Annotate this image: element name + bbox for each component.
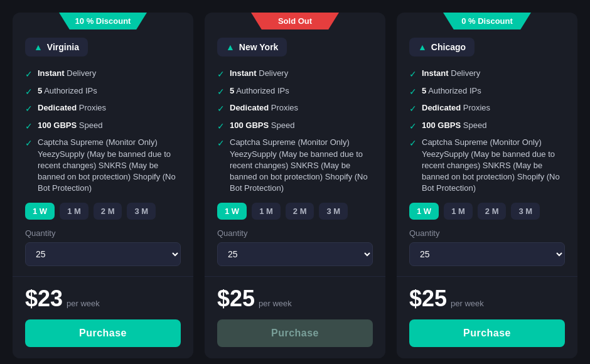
period-btn-1w-chicago[interactable]: 1 W bbox=[409, 203, 439, 220]
check-icon: ✓ bbox=[409, 68, 417, 81]
period-buttons-virginia: 1 W1 M2 M3 M bbox=[25, 203, 181, 220]
check-icon: ✓ bbox=[25, 68, 33, 81]
feature-item: ✓Dedicated Proxies bbox=[409, 102, 565, 115]
feature-item: ✓Dedicated Proxies bbox=[217, 102, 373, 115]
feature-text: 5 Authorized IPs bbox=[38, 85, 97, 97]
quantity-select-chicago[interactable]: 2550100200 bbox=[409, 242, 565, 266]
footer-new-york: $25per weekPurchase bbox=[205, 276, 385, 358]
location-icon: ▲ bbox=[226, 42, 235, 52]
price-period: per week bbox=[259, 299, 292, 308]
feature-text: Captcha Supreme (Monitor Only) YeezySupp… bbox=[422, 137, 565, 194]
feature-text: Instant Delivery bbox=[38, 68, 96, 79]
badge-chicago: 0 % Discount bbox=[443, 13, 531, 29]
period-btn-3m-virginia[interactable]: 3 M bbox=[127, 203, 156, 220]
period-btn-2m-chicago[interactable]: 2 M bbox=[478, 203, 507, 220]
period-btn-2m-new-york[interactable]: 2 M bbox=[286, 203, 314, 220]
check-icon: ✓ bbox=[25, 120, 33, 133]
quantity-label-chicago: Quantity bbox=[409, 228, 565, 238]
feature-item: ✓Captcha Supreme (Monitor Only) YeezySup… bbox=[409, 137, 565, 194]
quantity-label-new-york: Quantity bbox=[217, 228, 373, 238]
feature-text: 100 GBPS Speed bbox=[230, 120, 294, 131]
check-icon: ✓ bbox=[25, 86, 33, 99]
check-icon: ✓ bbox=[409, 103, 417, 115]
price-row-virginia: $23per week bbox=[25, 286, 181, 312]
feature-text: 5 Authorized IPs bbox=[230, 85, 289, 97]
check-icon: ✓ bbox=[217, 86, 225, 99]
feature-item: ✓5 Authorized IPs bbox=[217, 85, 373, 99]
location-label: Virginia bbox=[47, 42, 79, 52]
check-icon: ✓ bbox=[217, 120, 225, 133]
period-btn-1w-new-york[interactable]: 1 W bbox=[217, 203, 247, 220]
price-amount: $25 bbox=[217, 286, 255, 312]
period-buttons-new-york: 1 W1 M2 M3 M bbox=[217, 203, 373, 220]
feature-item: ✓100 GBPS Speed bbox=[409, 120, 565, 133]
check-icon: ✓ bbox=[25, 103, 33, 115]
feature-item: ✓Captcha Supreme (Monitor Only) YeezySup… bbox=[217, 137, 373, 194]
check-icon: ✓ bbox=[25, 137, 33, 150]
period-btn-1m-virginia[interactable]: 1 M bbox=[60, 203, 88, 220]
feature-text: 100 GBPS Speed bbox=[422, 120, 486, 131]
location-tag-virginia: ▲Virginia bbox=[25, 38, 88, 56]
feature-item: ✓5 Authorized IPs bbox=[25, 85, 181, 99]
card-new-york: Sold Out▲New York✓Instant Delivery✓5 Aut… bbox=[205, 13, 385, 358]
footer-chicago: $25per weekPurchase bbox=[397, 276, 577, 358]
price-amount: $25 bbox=[409, 286, 447, 312]
content-new-york: ▲New York✓Instant Delivery✓5 Authorized … bbox=[205, 13, 385, 276]
purchase-button-new-york: Purchase bbox=[217, 319, 373, 347]
check-icon: ✓ bbox=[217, 137, 225, 150]
feature-text: Dedicated Proxies bbox=[230, 102, 298, 114]
location-tag-new-york: ▲New York bbox=[217, 38, 287, 56]
feature-text: 100 GBPS Speed bbox=[38, 120, 102, 131]
check-icon: ✓ bbox=[217, 68, 225, 81]
feature-text: Dedicated Proxies bbox=[422, 102, 490, 114]
period-buttons-chicago: 1 W1 M2 M3 M bbox=[409, 203, 565, 220]
content-chicago: ▲Chicago✓Instant Delivery✓5 Authorized I… bbox=[397, 13, 577, 276]
period-btn-2m-virginia[interactable]: 2 M bbox=[94, 203, 122, 220]
feature-item: ✓100 GBPS Speed bbox=[217, 120, 373, 133]
location-tag-chicago: ▲Chicago bbox=[409, 38, 475, 56]
cards-container: 10 % Discount▲Virginia✓Instant Delivery✓… bbox=[13, 13, 577, 358]
period-btn-1m-chicago[interactable]: 1 M bbox=[444, 203, 473, 220]
card-chicago: 0 % Discount▲Chicago✓Instant Delivery✓5 … bbox=[397, 13, 577, 358]
location-icon: ▲ bbox=[418, 42, 427, 52]
badge-virginia: 10 % Discount bbox=[59, 13, 147, 29]
card-virginia: 10 % Discount▲Virginia✓Instant Delivery✓… bbox=[13, 13, 193, 358]
quantity-select-new-york[interactable]: 2550100200 bbox=[217, 242, 373, 266]
check-icon: ✓ bbox=[409, 120, 417, 133]
location-label: New York bbox=[239, 42, 279, 52]
period-btn-1w-virginia[interactable]: 1 W bbox=[25, 203, 55, 220]
period-btn-1m-new-york[interactable]: 1 M bbox=[252, 203, 281, 220]
feature-text: Captcha Supreme (Monitor Only) YeezySupp… bbox=[230, 137, 373, 194]
purchase-button-chicago[interactable]: Purchase bbox=[409, 319, 565, 347]
period-btn-3m-new-york[interactable]: 3 M bbox=[319, 203, 348, 220]
feature-item: ✓5 Authorized IPs bbox=[409, 85, 565, 99]
feature-item: ✓Instant Delivery bbox=[217, 68, 373, 81]
purchase-button-virginia[interactable]: Purchase bbox=[25, 319, 181, 347]
feature-item: ✓100 GBPS Speed bbox=[25, 120, 181, 133]
location-label: Chicago bbox=[431, 42, 466, 52]
price-row-new-york: $25per week bbox=[217, 286, 373, 312]
footer-virginia: $23per weekPurchase bbox=[13, 276, 193, 358]
feature-item: ✓Instant Delivery bbox=[409, 68, 565, 81]
feature-list-new-york: ✓Instant Delivery✓5 Authorized IPs✓Dedic… bbox=[217, 68, 373, 194]
feature-item: ✓Instant Delivery bbox=[25, 68, 181, 81]
feature-item: ✓Dedicated Proxies bbox=[25, 102, 181, 115]
feature-text: 5 Authorized IPs bbox=[422, 85, 481, 97]
price-row-chicago: $25per week bbox=[409, 286, 565, 312]
content-virginia: ▲Virginia✓Instant Delivery✓5 Authorized … bbox=[13, 13, 193, 276]
period-btn-3m-chicago[interactable]: 3 M bbox=[511, 203, 540, 220]
feature-list-chicago: ✓Instant Delivery✓5 Authorized IPs✓Dedic… bbox=[409, 68, 565, 194]
feature-text: Instant Delivery bbox=[230, 68, 288, 79]
price-period: per week bbox=[451, 299, 484, 308]
quantity-select-virginia[interactable]: 2550100200 bbox=[25, 242, 181, 266]
check-icon: ✓ bbox=[409, 86, 417, 99]
feature-text: Dedicated Proxies bbox=[38, 102, 106, 114]
feature-text: Captcha Supreme (Monitor Only) YeezySupp… bbox=[38, 137, 181, 194]
badge-new-york: Sold Out bbox=[251, 13, 339, 29]
price-period: per week bbox=[67, 299, 100, 308]
quantity-label-virginia: Quantity bbox=[25, 228, 181, 238]
check-icon: ✓ bbox=[217, 103, 225, 115]
location-icon: ▲ bbox=[34, 42, 43, 52]
feature-item: ✓Captcha Supreme (Monitor Only) YeezySup… bbox=[25, 137, 181, 194]
price-amount: $23 bbox=[25, 286, 63, 312]
